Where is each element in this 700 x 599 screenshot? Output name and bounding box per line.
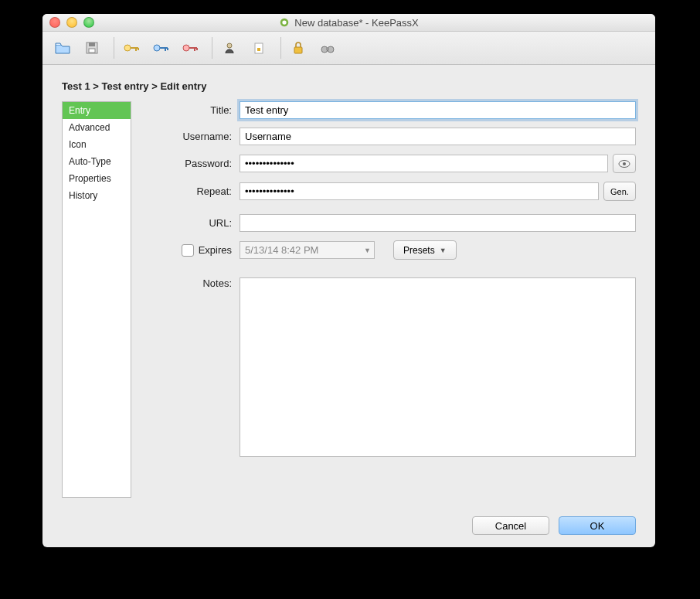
app-window: New database* - KeePassX <box>42 14 655 547</box>
key-add-icon <box>123 41 140 55</box>
username-input[interactable] <box>240 128 636 145</box>
toolbar-separator <box>114 37 114 59</box>
window-controls <box>42 17 94 28</box>
repeat-label: Repeat: <box>143 185 240 197</box>
notes-textarea[interactable] <box>240 277 636 457</box>
main-area: Entry Advanced Icon Auto-Type Properties… <box>62 101 636 498</box>
title-input[interactable] <box>240 101 636 119</box>
app-icon <box>279 17 290 28</box>
svg-point-0 <box>280 19 289 27</box>
repeat-row: Repeat: Gen. <box>143 182 636 201</box>
svg-rect-14 <box>326 48 329 50</box>
toggle-password-visibility-button[interactable] <box>613 154 636 173</box>
svg-rect-3 <box>89 43 95 46</box>
key-edit-icon <box>152 41 169 55</box>
cancel-button[interactable]: Cancel <box>472 516 549 535</box>
add-entry-button[interactable] <box>119 36 144 60</box>
expires-label-wrap: Expires <box>143 244 240 257</box>
svg-rect-4 <box>89 49 95 53</box>
svg-point-8 <box>227 43 232 48</box>
svg-rect-11 <box>294 47 302 53</box>
username-row: Username: <box>143 128 636 145</box>
sidebar-item-label: Icon <box>69 139 87 150</box>
chevron-down-icon: ▼ <box>440 247 447 254</box>
clipboard-lock-icon <box>252 41 266 55</box>
key-delete-icon <box>182 41 199 55</box>
username-label: Username: <box>143 131 240 142</box>
svg-point-5 <box>124 45 131 51</box>
person-icon <box>223 41 236 55</box>
sidebar-item-entry[interactable]: Entry <box>63 102 131 119</box>
svg-point-16 <box>623 162 626 165</box>
toolbar-separator <box>212 37 212 59</box>
floppy-disk-icon <box>84 40 100 56</box>
dialog-footer: Cancel OK <box>42 507 655 547</box>
sidebar: Entry Advanced Icon Auto-Type Properties… <box>62 101 131 498</box>
zoom-window-button[interactable] <box>83 17 94 28</box>
sidebar-item-label: History <box>69 190 97 201</box>
expires-datetime-picker[interactable]: 5/13/14 8:42 PM ▼ <box>240 241 375 259</box>
url-input[interactable] <box>240 214 636 232</box>
toolbar <box>42 32 655 65</box>
cancel-label: Cancel <box>495 520 526 532</box>
open-database-button[interactable] <box>50 36 75 60</box>
password-input[interactable] <box>240 155 608 172</box>
ok-button[interactable]: OK <box>559 516 636 535</box>
minimize-window-button[interactable] <box>66 17 77 28</box>
svg-point-1 <box>283 20 287 24</box>
sidebar-item-advanced[interactable]: Advanced <box>63 119 131 136</box>
gen-label: Gen. <box>610 187 629 196</box>
sidebar-item-autotype[interactable]: Auto-Type <box>63 153 131 170</box>
sidebar-item-label: Entry <box>69 105 90 116</box>
expires-checkbox[interactable] <box>182 244 194 257</box>
sidebar-item-icon[interactable]: Icon <box>63 136 131 153</box>
sidebar-item-history[interactable]: History <box>63 187 131 204</box>
password-row: Password: <box>143 154 636 173</box>
presets-label: Presets <box>403 245 435 256</box>
expires-row: Expires 5/13/14 8:42 PM ▼ Presets ▼ <box>143 240 636 260</box>
expires-label: Expires <box>199 244 232 256</box>
titlebar: New database* - KeePassX <box>42 14 655 32</box>
copy-username-button[interactable] <box>217 36 242 60</box>
svg-point-7 <box>183 45 189 51</box>
notes-label: Notes: <box>143 277 240 289</box>
title-label: Title: <box>143 104 240 116</box>
save-database-button[interactable] <box>80 36 104 60</box>
sidebar-item-label: Auto-Type <box>69 156 111 167</box>
ok-label: OK <box>590 520 605 532</box>
breadcrumb: Test 1 > Test entry > Edit entry <box>62 80 636 92</box>
sidebar-item-properties[interactable]: Properties <box>63 170 131 187</box>
lock-icon <box>292 41 304 55</box>
window-title-text: New database* - KeePassX <box>294 17 418 29</box>
svg-rect-10 <box>257 48 260 51</box>
expires-datetime-value: 5/13/14 8:42 PM <box>245 244 318 256</box>
repeat-password-input[interactable] <box>240 182 599 200</box>
window-title: New database* - KeePassX <box>42 17 655 29</box>
title-row: Title: <box>143 101 636 119</box>
entry-form: Title: Username: Password: <box>143 101 636 498</box>
eye-icon <box>618 159 630 168</box>
toolbar-separator <box>280 37 281 59</box>
binoculars-icon <box>320 42 335 54</box>
svg-point-6 <box>154 45 160 51</box>
close-window-button[interactable] <box>49 17 60 28</box>
url-label: URL: <box>143 217 240 229</box>
url-row: URL: <box>143 214 636 232</box>
lock-database-button[interactable] <box>286 36 311 60</box>
generate-password-button[interactable]: Gen. <box>603 182 636 201</box>
copy-password-button[interactable] <box>246 36 271 60</box>
sidebar-item-label: Properties <box>69 173 111 184</box>
chevron-down-icon: ▼ <box>364 247 371 254</box>
content-area: Test 1 > Test entry > Edit entry Entry A… <box>42 65 655 507</box>
edit-entry-button[interactable] <box>148 36 173 60</box>
password-label: Password: <box>143 158 240 169</box>
notes-row: Notes: <box>143 277 636 489</box>
search-button[interactable] <box>315 36 340 60</box>
presets-button[interactable]: Presets ▼ <box>393 240 457 260</box>
sidebar-item-label: Advanced <box>69 122 110 133</box>
folder-open-icon <box>54 40 71 56</box>
delete-entry-button[interactable] <box>178 36 202 60</box>
